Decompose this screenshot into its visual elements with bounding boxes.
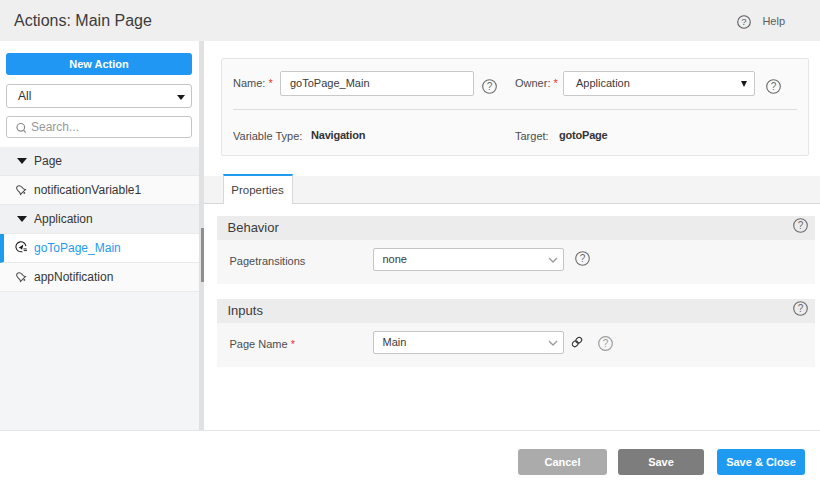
svg-text:?: ? [579,253,585,264]
svg-text:?: ? [771,81,777,92]
svg-text:?: ? [741,16,746,27]
svg-text:?: ? [797,303,803,314]
svg-text:?: ? [797,220,803,231]
svg-text:?: ? [602,338,608,349]
svg-text:?: ? [487,81,493,92]
